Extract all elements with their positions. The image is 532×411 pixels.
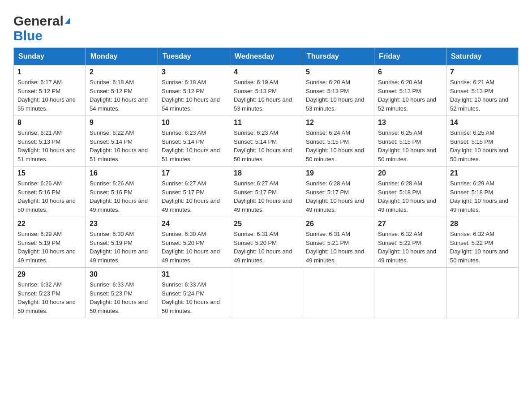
day-number: 24 bbox=[162, 220, 226, 228]
day-info: Sunrise: 6:29 AMSunset: 5:18 PMDaylight:… bbox=[450, 179, 515, 214]
day-number: 9 bbox=[90, 119, 154, 127]
calendar-cell: 16 Sunrise: 6:26 AMSunset: 5:16 PMDaylig… bbox=[86, 167, 158, 217]
day-info: Sunrise: 6:25 AMSunset: 5:15 PMDaylight:… bbox=[378, 128, 442, 163]
calendar-cell: 5 Sunrise: 6:20 AMSunset: 5:13 PMDayligh… bbox=[302, 65, 374, 116]
calendar-cell bbox=[302, 268, 374, 318]
calendar-table: SundayMondayTuesdayWednesdayThursdayFrid… bbox=[13, 47, 519, 318]
calendar-cell: 4 Sunrise: 6:19 AMSunset: 5:13 PMDayligh… bbox=[230, 65, 302, 116]
day-number: 12 bbox=[306, 119, 370, 127]
day-info: Sunrise: 6:22 AMSunset: 5:14 PMDaylight:… bbox=[90, 128, 154, 163]
day-number: 23 bbox=[90, 220, 154, 228]
page-header: General Blue bbox=[13, 9, 519, 43]
calendar-cell: 25 Sunrise: 6:31 AMSunset: 5:20 PMDaylig… bbox=[230, 217, 302, 268]
calendar-cell: 31 Sunrise: 6:33 AMSunset: 5:24 PMDaylig… bbox=[158, 268, 230, 318]
day-info: Sunrise: 6:26 AMSunset: 5:16 PMDaylight:… bbox=[90, 179, 154, 214]
calendar-week-row: 22 Sunrise: 6:29 AMSunset: 5:19 PMDaylig… bbox=[14, 217, 519, 268]
calendar-cell: 1 Sunrise: 6:17 AMSunset: 5:12 PMDayligh… bbox=[14, 65, 86, 116]
calendar-cell: 23 Sunrise: 6:30 AMSunset: 5:19 PMDaylig… bbox=[86, 217, 158, 268]
day-info: Sunrise: 6:31 AMSunset: 5:21 PMDaylight:… bbox=[306, 230, 370, 265]
day-number: 27 bbox=[378, 220, 442, 228]
day-info: Sunrise: 6:23 AMSunset: 5:14 PMDaylight:… bbox=[162, 128, 226, 163]
day-info: Sunrise: 6:28 AMSunset: 5:17 PMDaylight:… bbox=[306, 179, 370, 214]
calendar-cell: 27 Sunrise: 6:32 AMSunset: 5:22 PMDaylig… bbox=[374, 217, 446, 268]
calendar-cell: 30 Sunrise: 6:33 AMSunset: 5:23 PMDaylig… bbox=[86, 268, 158, 318]
calendar-cell bbox=[230, 268, 302, 318]
calendar-cell: 18 Sunrise: 6:27 AMSunset: 5:17 PMDaylig… bbox=[230, 167, 302, 217]
day-info: Sunrise: 6:24 AMSunset: 5:15 PMDaylight:… bbox=[306, 128, 370, 163]
day-info: Sunrise: 6:26 AMSunset: 5:16 PMDaylight:… bbox=[17, 179, 82, 214]
calendar-cell: 2 Sunrise: 6:18 AMSunset: 5:12 PMDayligh… bbox=[86, 65, 158, 116]
calendar-week-row: 1 Sunrise: 6:17 AMSunset: 5:12 PMDayligh… bbox=[14, 65, 519, 116]
logo: General Blue bbox=[13, 13, 70, 43]
day-number: 15 bbox=[17, 169, 82, 177]
calendar-week-row: 8 Sunrise: 6:21 AMSunset: 5:13 PMDayligh… bbox=[14, 116, 519, 167]
day-number: 22 bbox=[17, 220, 82, 228]
day-number: 30 bbox=[90, 270, 154, 278]
day-info: Sunrise: 6:18 AMSunset: 5:12 PMDaylight:… bbox=[162, 78, 226, 113]
calendar-cell: 26 Sunrise: 6:31 AMSunset: 5:21 PMDaylig… bbox=[302, 217, 374, 268]
day-number: 28 bbox=[450, 220, 515, 228]
day-number: 14 bbox=[450, 119, 515, 127]
day-number: 10 bbox=[162, 119, 226, 127]
calendar-cell bbox=[446, 268, 519, 318]
day-info: Sunrise: 6:19 AMSunset: 5:13 PMDaylight:… bbox=[234, 78, 298, 113]
day-number: 4 bbox=[234, 68, 298, 76]
calendar-week-row: 15 Sunrise: 6:26 AMSunset: 5:16 PMDaylig… bbox=[14, 167, 519, 217]
day-info: Sunrise: 6:25 AMSunset: 5:15 PMDaylight:… bbox=[450, 128, 515, 163]
calendar-cell: 19 Sunrise: 6:28 AMSunset: 5:17 PMDaylig… bbox=[302, 167, 374, 217]
day-info: Sunrise: 6:31 AMSunset: 5:20 PMDaylight:… bbox=[234, 230, 298, 265]
day-number: 21 bbox=[450, 169, 515, 177]
day-info: Sunrise: 6:27 AMSunset: 5:17 PMDaylight:… bbox=[162, 179, 226, 214]
calendar-header-row: SundayMondayTuesdayWednesdayThursdayFrid… bbox=[14, 48, 519, 65]
day-info: Sunrise: 6:20 AMSunset: 5:13 PMDaylight:… bbox=[306, 78, 370, 113]
day-info: Sunrise: 6:33 AMSunset: 5:24 PMDaylight:… bbox=[162, 280, 226, 315]
calendar-cell: 3 Sunrise: 6:18 AMSunset: 5:12 PMDayligh… bbox=[158, 65, 230, 116]
calendar-cell: 13 Sunrise: 6:25 AMSunset: 5:15 PMDaylig… bbox=[374, 116, 446, 167]
day-number: 2 bbox=[90, 68, 154, 76]
day-info: Sunrise: 6:32 AMSunset: 5:22 PMDaylight:… bbox=[450, 230, 515, 265]
weekday-header-tuesday: Tuesday bbox=[158, 48, 230, 65]
day-number: 29 bbox=[17, 270, 82, 278]
day-number: 1 bbox=[17, 68, 82, 76]
day-info: Sunrise: 6:21 AMSunset: 5:13 PMDaylight:… bbox=[17, 128, 82, 163]
calendar-cell: 9 Sunrise: 6:22 AMSunset: 5:14 PMDayligh… bbox=[86, 116, 158, 167]
day-number: 6 bbox=[378, 68, 442, 76]
day-number: 18 bbox=[234, 169, 298, 177]
weekday-header-sunday: Sunday bbox=[14, 48, 86, 65]
day-number: 7 bbox=[450, 68, 515, 76]
day-info: Sunrise: 6:17 AMSunset: 5:12 PMDaylight:… bbox=[17, 78, 82, 113]
calendar-cell: 17 Sunrise: 6:27 AMSunset: 5:17 PMDaylig… bbox=[158, 167, 230, 217]
calendar-cell: 8 Sunrise: 6:21 AMSunset: 5:13 PMDayligh… bbox=[14, 116, 86, 167]
day-info: Sunrise: 6:30 AMSunset: 5:19 PMDaylight:… bbox=[90, 230, 154, 265]
day-number: 31 bbox=[162, 270, 226, 278]
day-number: 25 bbox=[234, 220, 298, 228]
day-number: 11 bbox=[234, 119, 298, 127]
calendar-cell bbox=[374, 268, 446, 318]
calendar-cell: 29 Sunrise: 6:32 AMSunset: 5:23 PMDaylig… bbox=[14, 268, 86, 318]
calendar-cell: 14 Sunrise: 6:25 AMSunset: 5:15 PMDaylig… bbox=[446, 116, 519, 167]
calendar-cell: 12 Sunrise: 6:24 AMSunset: 5:15 PMDaylig… bbox=[302, 116, 374, 167]
day-info: Sunrise: 6:21 AMSunset: 5:13 PMDaylight:… bbox=[450, 78, 515, 113]
day-info: Sunrise: 6:32 AMSunset: 5:23 PMDaylight:… bbox=[17, 280, 82, 315]
day-number: 16 bbox=[90, 169, 154, 177]
day-number: 26 bbox=[306, 220, 370, 228]
calendar-cell: 11 Sunrise: 6:23 AMSunset: 5:14 PMDaylig… bbox=[230, 116, 302, 167]
day-number: 8 bbox=[17, 119, 82, 127]
logo-blue-text: Blue bbox=[13, 28, 43, 43]
day-number: 19 bbox=[306, 169, 370, 177]
day-info: Sunrise: 6:20 AMSunset: 5:13 PMDaylight:… bbox=[378, 78, 442, 113]
day-info: Sunrise: 6:18 AMSunset: 5:12 PMDaylight:… bbox=[90, 78, 154, 113]
day-number: 20 bbox=[378, 169, 442, 177]
weekday-header-thursday: Thursday bbox=[302, 48, 374, 65]
day-number: 3 bbox=[162, 68, 226, 76]
day-number: 13 bbox=[378, 119, 442, 127]
calendar-cell: 20 Sunrise: 6:28 AMSunset: 5:18 PMDaylig… bbox=[374, 167, 446, 217]
day-info: Sunrise: 6:23 AMSunset: 5:14 PMDaylight:… bbox=[234, 128, 298, 163]
day-number: 5 bbox=[306, 68, 370, 76]
calendar-week-row: 29 Sunrise: 6:32 AMSunset: 5:23 PMDaylig… bbox=[14, 268, 519, 318]
weekday-header-monday: Monday bbox=[86, 48, 158, 65]
day-info: Sunrise: 6:29 AMSunset: 5:19 PMDaylight:… bbox=[17, 230, 82, 265]
day-number: 17 bbox=[162, 169, 226, 177]
day-info: Sunrise: 6:33 AMSunset: 5:23 PMDaylight:… bbox=[90, 280, 154, 315]
calendar-cell: 28 Sunrise: 6:32 AMSunset: 5:22 PMDaylig… bbox=[446, 217, 519, 268]
